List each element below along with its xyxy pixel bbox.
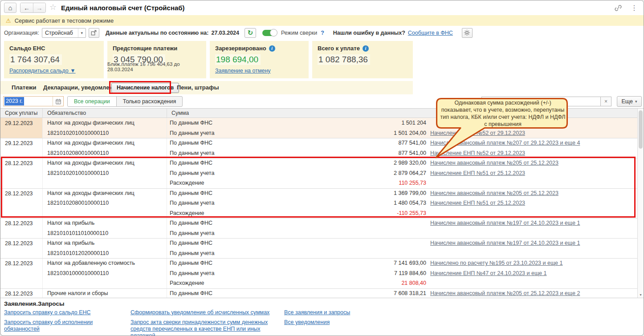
back-button[interactable]: ← xyxy=(20,3,33,12)
amount-cell[interactable]: По данным учета2 879 064,27Начисление ЕН… xyxy=(167,168,637,178)
segment-all-operations[interactable]: Все операции xyxy=(67,96,117,107)
amount-cell[interactable]: Расхождение21 808,40 xyxy=(167,278,637,288)
obligation-name-cell[interactable]: Налог на прибыль xyxy=(43,218,167,228)
refresh-button[interactable]: ↻ xyxy=(245,28,256,38)
document-link[interactable]: Начислен авансовый платеж №197 от 24.10.… xyxy=(430,238,580,248)
table-row-group[interactable]: 29.12.2023Налог на доходы физических лиц… xyxy=(0,118,637,138)
obligation-empty-cell[interactable] xyxy=(43,208,167,219)
menu-kebab-button[interactable]: ⋮ xyxy=(629,3,639,13)
forward-button[interactable]: → xyxy=(33,3,45,12)
table-row-group[interactable]: 28.12.2023Налог на доходы физических лиц… xyxy=(0,188,637,219)
footer-link[interactable]: Запросить справку об исполнении обязанно… xyxy=(4,319,124,332)
kbk-code-cell[interactable]: 18210101011010000110 xyxy=(43,228,167,239)
obligation-name-cell[interactable]: Налог на прибыль xyxy=(43,238,167,248)
amount-cell[interactable]: По данным ФНС877 541,00Начислен авансовы… xyxy=(167,138,637,148)
table-row-group[interactable]: 28.12.2023Прочие налоги и сборыПо данным… xyxy=(0,288,637,298)
document-link[interactable]: Начисление ЕНП №47 от 24.10.2023 и еще 1 xyxy=(430,268,546,278)
amount-cell[interactable]: По данным учета7 119 884,60Начисление ЕН… xyxy=(167,268,637,279)
document-link[interactable]: Начислен авансовый платеж №205 от 25.12.… xyxy=(430,188,558,198)
col-header-due-date[interactable]: Срок уплаты xyxy=(0,109,43,117)
help-question-icon[interactable]: ? xyxy=(321,30,324,36)
col-header-obligation[interactable]: Обязательство xyxy=(43,109,167,117)
table-row-group[interactable]: 28.12.2023Налог на добавленную стоимость… xyxy=(0,258,637,288)
footer-link[interactable]: Запросить справку о сальдо ЕНС xyxy=(4,309,124,316)
obligation-name-cell[interactable]: Налог на доходы физических лиц xyxy=(43,188,167,198)
amount-cell[interactable]: По данным учета877 541,00Начисление ЕНП … xyxy=(167,148,637,158)
due-date-cell[interactable]: 29.12.2023 xyxy=(0,138,43,158)
obligation-name-cell[interactable]: Налог на добавленную стоимость xyxy=(43,258,167,268)
amount-cell[interactable]: По данным учета xyxy=(167,248,637,259)
kbk-code-cell[interactable]: 18210301000010000110 xyxy=(43,268,167,279)
due-date-cell[interactable]: 28.12.2023 xyxy=(0,238,43,258)
obligation-empty-cell[interactable] xyxy=(43,278,167,288)
obligation-empty-cell[interactable] xyxy=(43,178,167,188)
period-input[interactable]: 2023 г. xyxy=(3,96,64,106)
tab-penalties[interactable]: Пени, штрафы xyxy=(177,81,219,94)
amount-cell[interactable]: По данным ФНС1 501 204 xyxy=(167,118,637,128)
document-link[interactable]: Начислен авансовый платеж №207 от 29.12.… xyxy=(430,138,580,148)
due-date-cell[interactable]: 28.12.2023 xyxy=(0,218,43,238)
document-link[interactable]: Начисление ЕНП №52 от 29.12.2023 xyxy=(430,148,525,158)
organization-combobox[interactable]: Стройснаб ▾ xyxy=(42,28,86,38)
chevron-down-icon[interactable]: ▾ xyxy=(78,28,86,37)
kbk-code-cell[interactable]: 18210102010010000110 xyxy=(43,128,167,138)
due-date-cell[interactable]: 28.12.2023 xyxy=(0,288,43,298)
kbk-code-cell[interactable]: 18210102080010000110 xyxy=(43,198,167,208)
footer-link[interactable]: Все заявления и запросы xyxy=(284,309,382,316)
amount-cell[interactable]: По данным ФНС7 608 318,21Начислен авансо… xyxy=(167,288,637,298)
amount-cell[interactable]: По данным ФНС7 141 693,00Начислено по ра… xyxy=(167,258,637,268)
scrollbar-down-arrow[interactable]: ▼ xyxy=(638,293,644,296)
kbk-code-cell[interactable]: 18210102010010000110 xyxy=(43,168,167,178)
amount-cell[interactable]: Расхождение110 255,73 xyxy=(167,178,637,188)
footer-link[interactable]: Запрос акта сверки принадлежности сумм д… xyxy=(130,319,282,336)
tab-tax-accrual[interactable]: Начисление налогов xyxy=(111,83,179,93)
home-button[interactable]: ⌂ xyxy=(4,3,16,13)
tab-payments[interactable]: Платежи xyxy=(12,81,36,94)
document-link[interactable]: Начислен авансовый платеж №197 от 24.10.… xyxy=(430,218,580,228)
kbk-code-cell[interactable]: 18210102080010000110 xyxy=(43,148,167,158)
amount-cell[interactable]: По данным учета1 501 204,00Начисление ЕН… xyxy=(167,128,637,138)
cancel-application-link[interactable]: Заявление на отмену xyxy=(215,68,271,74)
amount-cell[interactable]: По данным ФНСНачислен авансовый платеж №… xyxy=(167,238,637,248)
document-link[interactable]: Начисление ЕНП №51 от 25.12.2023 xyxy=(430,168,525,178)
table-row-group[interactable]: 28.12.2023Налог на доходы физических лиц… xyxy=(0,158,637,188)
tab-declarations[interactable]: Декларации, уведомления xyxy=(43,81,120,94)
info-icon[interactable]: i xyxy=(363,45,369,52)
due-date-cell[interactable]: 28.12.2023 xyxy=(0,188,43,219)
settings-gear-button[interactable] xyxy=(462,28,473,38)
amount-cell[interactable]: Расхождение-110 255,73 xyxy=(167,208,637,219)
document-link[interactable]: Начислено по расчету №195 от 23.10.2023 … xyxy=(430,258,562,268)
search-clear-button[interactable]: × xyxy=(600,97,611,106)
footer-link[interactable]: Все уведомления xyxy=(284,319,382,326)
document-link[interactable]: Начислен авансовый платеж №205 от 25.12.… xyxy=(430,288,580,298)
document-link[interactable]: Начислен авансовый платеж №205 от 25.12.… xyxy=(430,158,558,168)
table-row-group[interactable]: 28.12.2023Налог на прибыльПо данным ФНСН… xyxy=(0,238,637,258)
segment-only-differences[interactable]: Только расхождения xyxy=(116,96,183,107)
kbk-code-cell[interactable]: 18210101012020000110 xyxy=(43,248,167,259)
table-row-group[interactable]: 29.12.2023Налог на доходы физических лиц… xyxy=(0,138,637,158)
search-input[interactable] xyxy=(481,97,601,106)
reconcile-mode-toggle[interactable] xyxy=(262,30,277,36)
scrollbar-thumb[interactable] xyxy=(639,110,643,149)
amount-cell[interactable]: По данным учета1 480 054,73Начисление ЕН… xyxy=(167,198,637,208)
due-date-cell[interactable]: 28.12.2023 xyxy=(0,258,43,288)
due-date-cell[interactable]: 29.12.2023 xyxy=(0,118,43,138)
obligation-name-cell[interactable]: Налог на доходы физических лиц xyxy=(43,118,167,128)
more-button[interactable]: Еще▾ xyxy=(617,96,642,107)
organization-open-button[interactable] xyxy=(89,28,99,38)
dispose-balance-link[interactable]: Распорядиться сальдо ▼ xyxy=(9,68,76,74)
amount-cell[interactable]: По данным ФНС2 989 320,00Начислен авансо… xyxy=(167,158,637,168)
amount-cell[interactable]: По данным ФНС1 369 799,00Начислен авансо… xyxy=(167,188,637,198)
info-icon[interactable]: i xyxy=(269,45,275,52)
col-header-amount[interactable]: Сумма xyxy=(167,109,637,117)
due-date-cell[interactable]: 28.12.2023 xyxy=(0,158,43,188)
get-link-button[interactable] xyxy=(613,3,623,13)
document-link[interactable]: Начисление ЕНП №52 от 29.12.2023 xyxy=(430,128,525,138)
calendar-icon-button[interactable] xyxy=(53,97,63,106)
report-fns-link[interactable]: Сообщите в ФНС xyxy=(408,30,453,36)
favorite-star-icon[interactable]: ☆ xyxy=(49,2,57,12)
vertical-scrollbar[interactable]: ▼ xyxy=(637,109,644,298)
obligation-name-cell[interactable]: Налог на доходы физических лиц xyxy=(43,138,167,148)
table-row-group[interactable]: 28.12.2023Налог на прибыльПо данным ФНСН… xyxy=(0,218,637,238)
document-link[interactable]: Начисление ЕНП №51 от 25.12.2023 xyxy=(430,198,525,208)
